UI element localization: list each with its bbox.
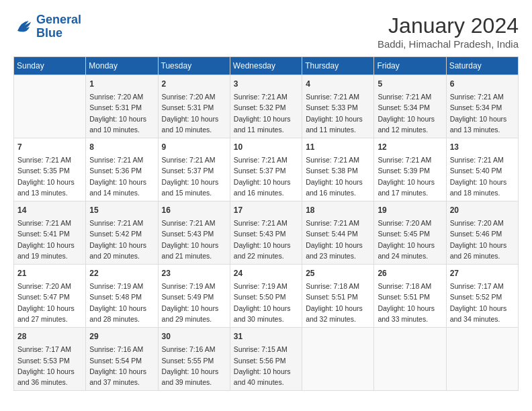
day-info: Sunrise: 7:19 AMSunset: 5:50 PMDaylight:… (234, 281, 298, 324)
weekday-header-monday: Monday (86, 57, 158, 75)
day-info: Sunrise: 7:17 AMSunset: 5:52 PMDaylight:… (450, 281, 515, 324)
day-info: Sunrise: 7:15 AMSunset: 5:56 PMDaylight:… (234, 344, 298, 387)
calendar-cell: 5Sunrise: 7:21 AMSunset: 5:34 PMDaylight… (374, 75, 446, 138)
weekday-header-row: SundayMondayTuesdayWednesdayThursdayFrid… (14, 57, 519, 75)
calendar-cell: 20Sunrise: 7:20 AMSunset: 5:46 PMDayligh… (446, 201, 518, 265)
logo-text: General Blue (36, 13, 81, 40)
calendar-cell: 7Sunrise: 7:21 AMSunset: 5:35 PMDaylight… (14, 138, 86, 201)
day-info: Sunrise: 7:21 AMSunset: 5:38 PMDaylight:… (306, 154, 370, 198)
day-number: 3 (234, 78, 298, 90)
calendar-cell: 28Sunrise: 7:17 AMSunset: 5:53 PMDayligh… (14, 328, 86, 391)
day-info: Sunrise: 7:21 AMSunset: 5:39 PMDaylight:… (378, 154, 442, 198)
calendar-cell: 16Sunrise: 7:21 AMSunset: 5:43 PMDayligh… (158, 201, 230, 265)
calendar-cell: 31Sunrise: 7:15 AMSunset: 5:56 PMDayligh… (230, 328, 302, 391)
day-number: 22 (89, 267, 154, 279)
day-info: Sunrise: 7:17 AMSunset: 5:53 PMDaylight:… (17, 344, 82, 387)
day-info: Sunrise: 7:21 AMSunset: 5:35 PMDaylight:… (17, 154, 82, 198)
calendar-cell (14, 75, 86, 138)
logo-icon (13, 17, 34, 37)
day-info: Sunrise: 7:20 AMSunset: 5:31 PMDaylight:… (162, 91, 226, 135)
day-number: 19 (378, 204, 442, 216)
day-number: 28 (17, 330, 82, 342)
calendar-cell: 2Sunrise: 7:20 AMSunset: 5:31 PMDaylight… (158, 75, 230, 138)
calendar-cell (446, 328, 518, 391)
day-info: Sunrise: 7:21 AMSunset: 5:36 PMDaylight:… (89, 154, 154, 198)
calendar-cell: 30Sunrise: 7:16 AMSunset: 5:55 PMDayligh… (158, 328, 230, 391)
calendar-cell: 6Sunrise: 7:21 AMSunset: 5:34 PMDaylight… (446, 75, 518, 138)
day-number: 31 (234, 330, 298, 342)
day-number: 26 (378, 267, 442, 279)
day-number: 12 (378, 141, 442, 153)
day-info: Sunrise: 7:21 AMSunset: 5:33 PMDaylight:… (306, 91, 370, 135)
page-header: General Blue January 2024 Baddi, Himacha… (13, 13, 519, 50)
day-info: Sunrise: 7:20 AMSunset: 5:31 PMDaylight:… (89, 91, 154, 135)
weekday-header-wednesday: Wednesday (230, 57, 302, 75)
day-number: 1 (89, 78, 154, 90)
day-info: Sunrise: 7:21 AMSunset: 5:37 PMDaylight:… (162, 154, 226, 198)
weekday-header-thursday: Thursday (302, 57, 374, 75)
calendar-cell: 27Sunrise: 7:17 AMSunset: 5:52 PMDayligh… (446, 265, 518, 328)
day-info: Sunrise: 7:21 AMSunset: 5:44 PMDaylight:… (306, 218, 370, 261)
weekday-header-tuesday: Tuesday (158, 57, 230, 75)
day-number: 11 (306, 141, 370, 153)
calendar-cell: 1Sunrise: 7:20 AMSunset: 5:31 PMDaylight… (86, 75, 158, 138)
month-title: January 2024 (378, 13, 519, 38)
day-number: 9 (162, 141, 226, 153)
day-info: Sunrise: 7:21 AMSunset: 5:37 PMDaylight:… (234, 154, 298, 198)
calendar-table: SundayMondayTuesdayWednesdayThursdayFrid… (13, 56, 519, 391)
calendar-cell: 11Sunrise: 7:21 AMSunset: 5:38 PMDayligh… (302, 138, 374, 201)
calendar-cell: 26Sunrise: 7:18 AMSunset: 5:51 PMDayligh… (374, 265, 446, 328)
day-info: Sunrise: 7:21 AMSunset: 5:40 PMDaylight:… (450, 154, 515, 198)
weekday-header-friday: Friday (374, 57, 446, 75)
calendar-cell: 8Sunrise: 7:21 AMSunset: 5:36 PMDaylight… (86, 138, 158, 201)
day-info: Sunrise: 7:16 AMSunset: 5:54 PMDaylight:… (89, 344, 154, 387)
calendar-cell: 24Sunrise: 7:19 AMSunset: 5:50 PMDayligh… (230, 265, 302, 328)
day-number: 18 (306, 204, 370, 216)
day-info: Sunrise: 7:21 AMSunset: 5:34 PMDaylight:… (378, 91, 442, 135)
day-info: Sunrise: 7:19 AMSunset: 5:49 PMDaylight:… (162, 281, 226, 324)
calendar-cell: 25Sunrise: 7:18 AMSunset: 5:51 PMDayligh… (302, 265, 374, 328)
day-info: Sunrise: 7:21 AMSunset: 5:34 PMDaylight:… (450, 91, 515, 135)
day-number: 30 (162, 330, 226, 342)
day-info: Sunrise: 7:20 AMSunset: 5:46 PMDaylight:… (450, 218, 515, 261)
day-number: 6 (450, 78, 515, 90)
day-info: Sunrise: 7:20 AMSunset: 5:45 PMDaylight:… (378, 218, 442, 261)
title-block: January 2024 Baddi, Himachal Pradesh, In… (378, 13, 519, 50)
day-number: 7 (17, 141, 82, 153)
day-number: 5 (378, 78, 442, 90)
day-number: 16 (162, 204, 226, 216)
day-number: 4 (306, 78, 370, 90)
day-info: Sunrise: 7:18 AMSunset: 5:51 PMDaylight:… (306, 281, 370, 324)
day-number: 23 (162, 267, 226, 279)
calendar-cell: 17Sunrise: 7:21 AMSunset: 5:43 PMDayligh… (230, 201, 302, 265)
calendar-cell: 19Sunrise: 7:20 AMSunset: 5:45 PMDayligh… (374, 201, 446, 265)
week-row-1: 1Sunrise: 7:20 AMSunset: 5:31 PMDaylight… (14, 75, 519, 138)
logo: General Blue (13, 13, 81, 40)
day-info: Sunrise: 7:19 AMSunset: 5:48 PMDaylight:… (89, 281, 154, 324)
day-number: 2 (162, 78, 226, 90)
day-number: 20 (450, 204, 515, 216)
day-number: 29 (89, 330, 154, 342)
day-number: 25 (306, 267, 370, 279)
day-info: Sunrise: 7:21 AMSunset: 5:32 PMDaylight:… (234, 91, 298, 135)
day-info: Sunrise: 7:16 AMSunset: 5:55 PMDaylight:… (162, 344, 226, 387)
day-number: 15 (89, 204, 154, 216)
day-info: Sunrise: 7:18 AMSunset: 5:51 PMDaylight:… (378, 281, 442, 324)
calendar-cell: 23Sunrise: 7:19 AMSunset: 5:49 PMDayligh… (158, 265, 230, 328)
calendar-cell: 21Sunrise: 7:20 AMSunset: 5:47 PMDayligh… (14, 265, 86, 328)
calendar-cell: 13Sunrise: 7:21 AMSunset: 5:40 PMDayligh… (446, 138, 518, 201)
day-info: Sunrise: 7:21 AMSunset: 5:42 PMDaylight:… (89, 218, 154, 261)
weekday-header-sunday: Sunday (14, 57, 86, 75)
day-number: 24 (234, 267, 298, 279)
week-row-4: 21Sunrise: 7:20 AMSunset: 5:47 PMDayligh… (14, 265, 519, 328)
calendar-cell: 9Sunrise: 7:21 AMSunset: 5:37 PMDaylight… (158, 138, 230, 201)
calendar-cell: 12Sunrise: 7:21 AMSunset: 5:39 PMDayligh… (374, 138, 446, 201)
week-row-3: 14Sunrise: 7:21 AMSunset: 5:41 PMDayligh… (14, 201, 519, 265)
calendar-cell: 18Sunrise: 7:21 AMSunset: 5:44 PMDayligh… (302, 201, 374, 265)
calendar-cell (302, 328, 374, 391)
day-number: 10 (234, 141, 298, 153)
day-number: 8 (89, 141, 154, 153)
day-number: 17 (234, 204, 298, 216)
day-info: Sunrise: 7:20 AMSunset: 5:47 PMDaylight:… (17, 281, 82, 324)
day-info: Sunrise: 7:21 AMSunset: 5:43 PMDaylight:… (162, 218, 226, 261)
